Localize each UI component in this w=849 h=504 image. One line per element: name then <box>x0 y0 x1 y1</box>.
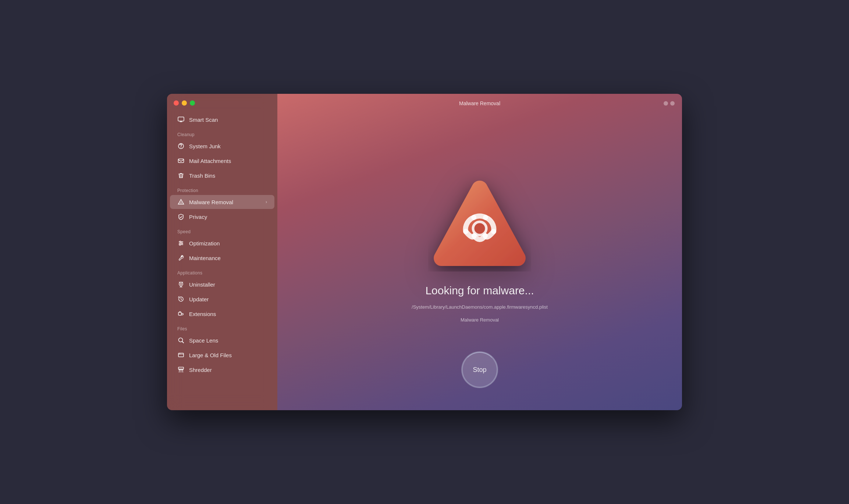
file-path-text: /System/Library/LaunchDaemons/com.apple.… <box>412 304 548 310</box>
sidebar-item-space-lens[interactable]: Space Lens <box>170 333 274 347</box>
malware-triangle <box>428 172 531 271</box>
sidebar-item-privacy[interactable]: Privacy <box>170 210 274 224</box>
title-bar: Malware Removal <box>277 94 682 113</box>
sub-label-text: Malware Removal <box>461 317 499 323</box>
maintenance-label: Maintenance <box>189 255 221 261</box>
optimization-icon <box>177 239 185 247</box>
malware-icon: ! <box>177 198 185 206</box>
files-section-label: Files <box>167 321 277 333</box>
sidebar-item-malware-removal[interactable]: ! Malware Removal › <box>170 195 274 209</box>
applications-section-label: Applications <box>167 265 277 277</box>
svg-point-10 <box>180 241 181 242</box>
extensions-label: Extensions <box>189 311 216 317</box>
minimize-button[interactable] <box>182 100 187 106</box>
sidebar-item-updater[interactable]: Updater <box>170 292 274 306</box>
svg-rect-23 <box>178 353 184 357</box>
center-content: Looking for malware... /System/Library/L… <box>412 167 548 323</box>
svg-line-27 <box>179 370 180 372</box>
svg-point-12 <box>179 244 181 245</box>
window-title: Malware Removal <box>459 100 500 106</box>
uninstaller-label: Uninstaller <box>189 281 215 288</box>
trash-icon <box>177 172 185 179</box>
smart-scan-label: Smart Scan <box>189 117 218 123</box>
app-window: Smart Scan Cleanup System Junk Mail A <box>167 94 682 410</box>
system-junk-label: System Junk <box>189 143 221 149</box>
svg-point-11 <box>181 242 182 244</box>
extensions-icon <box>177 310 185 317</box>
title-bar-controls <box>664 101 675 106</box>
svg-rect-0 <box>178 117 184 121</box>
sidebar-item-shredder[interactable]: Shredder <box>170 363 274 377</box>
stop-button[interactable]: Stop <box>461 351 498 388</box>
stop-button-container: Stop <box>461 351 498 388</box>
optimization-label: Optimization <box>189 240 220 246</box>
sidebar-item-large-old-files[interactable]: Large & Old Files <box>170 348 274 362</box>
maximize-button[interactable] <box>190 100 195 106</box>
updater-label: Updater <box>189 296 209 302</box>
space-lens-label: Space Lens <box>189 337 218 344</box>
title-bar-dot-2 <box>670 101 675 106</box>
svg-rect-18 <box>178 312 181 315</box>
privacy-icon <box>177 213 185 220</box>
title-bar-dot-1 <box>664 101 668 106</box>
space-lens-icon <box>177 337 185 344</box>
sidebar-item-extensions[interactable]: Extensions <box>170 307 274 321</box>
cleanup-section-label: Cleanup <box>167 127 277 139</box>
protection-section-label: Protection <box>167 183 277 195</box>
chevron-right-icon: › <box>266 199 267 205</box>
sidebar-item-maintenance[interactable]: Maintenance <box>170 251 274 265</box>
updater-icon <box>177 295 185 303</box>
malware-icon-container <box>424 167 535 277</box>
stop-button-label: Stop <box>473 366 486 374</box>
svg-rect-26 <box>178 367 184 369</box>
shredder-icon <box>177 366 185 373</box>
close-button[interactable] <box>174 100 179 106</box>
monitor-icon <box>177 116 185 123</box>
svg-point-14 <box>180 283 182 285</box>
uninstaller-icon <box>177 281 185 288</box>
trash-bins-label: Trash Bins <box>189 173 215 179</box>
svg-point-21 <box>179 338 183 342</box>
sidebar-item-smart-scan[interactable]: Smart Scan <box>170 113 274 127</box>
traffic-lights <box>174 100 195 106</box>
sidebar-item-uninstaller[interactable]: Uninstaller <box>170 277 274 291</box>
sidebar-item-optimization[interactable]: Optimization <box>170 236 274 250</box>
svg-line-29 <box>182 370 183 372</box>
system-junk-icon <box>177 142 185 150</box>
sidebar: Smart Scan Cleanup System Junk Mail A <box>167 94 277 410</box>
privacy-label: Privacy <box>189 214 207 220</box>
malware-removal-label: Malware Removal <box>189 199 233 205</box>
svg-point-4 <box>181 147 181 148</box>
sidebar-item-trash-bins[interactable]: Trash Bins <box>170 168 274 182</box>
svg-rect-5 <box>178 159 184 163</box>
mail-icon <box>177 157 185 164</box>
svg-point-31 <box>473 222 486 235</box>
large-old-files-label: Large & Old Files <box>189 352 232 358</box>
shredder-label: Shredder <box>189 367 212 373</box>
mail-attachments-label: Mail Attachments <box>189 158 231 164</box>
speed-section-label: Speed <box>167 224 277 236</box>
maintenance-icon <box>177 254 185 262</box>
svg-text:!: ! <box>181 201 182 204</box>
svg-line-22 <box>182 342 184 343</box>
sidebar-item-mail-attachments[interactable]: Mail Attachments <box>170 154 274 168</box>
large-files-icon <box>177 351 185 359</box>
sidebar-item-system-junk[interactable]: System Junk <box>170 139 274 153</box>
main-content: Malware Removal <box>277 94 682 410</box>
status-text: Looking for malware... <box>425 284 534 297</box>
